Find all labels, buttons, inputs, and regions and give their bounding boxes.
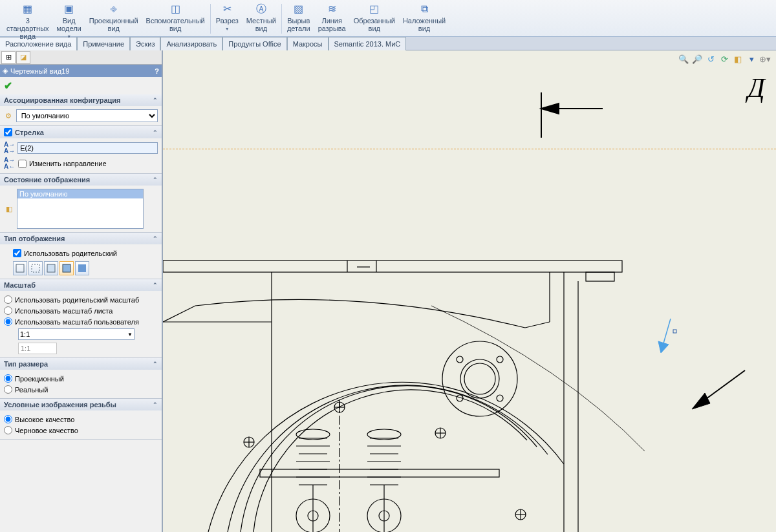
arrow-label-input[interactable] xyxy=(17,142,158,154)
svg-marker-48 xyxy=(658,341,669,353)
svg-point-19 xyxy=(460,359,499,398)
ribbon-break-line[interactable]: ≋Линияразрыва xyxy=(314,1,350,34)
break-line-icon: ≋ xyxy=(325,3,338,16)
svg-marker-7 xyxy=(541,103,559,114)
scale-text[interactable] xyxy=(18,343,57,354)
property-manager: ⊞ ◪ ◈ Чертежный вид19 ? ✔ Ассоциированна… xyxy=(0,50,163,532)
model-view-icon: ▣ xyxy=(63,3,76,16)
section-icon: ✂ xyxy=(221,3,233,16)
ribbon-toolbar: ▦3стандартныхвида ▣Видмодели▼ ⎆Проекцион… xyxy=(0,0,776,37)
svg-rect-12 xyxy=(586,272,614,281)
disptype-header[interactable]: Тип отображения⌃ xyxy=(0,233,162,244)
reverse-checkbox[interactable] xyxy=(18,160,27,168)
reverse-label: Изменить направление xyxy=(29,160,107,167)
tab-semantic[interactable]: Semantic 2013. МиС xyxy=(329,37,407,50)
thread-header[interactable]: Условные изображения резьбы⌃ xyxy=(0,399,162,410)
config-icon: ◪ xyxy=(20,53,27,61)
help-button[interactable]: ? xyxy=(155,67,159,75)
view-label-d: Д xyxy=(748,72,765,103)
config-header[interactable]: Ассоциированная конфигурация⌃ xyxy=(0,94,162,106)
alternate-icon: ⧉ xyxy=(418,3,431,16)
dispstate-header[interactable]: Состояние отображения⌃ xyxy=(0,174,162,186)
ribbon-crop-view[interactable]: ◰Обрезанныйвид xyxy=(350,1,399,34)
detail-icon: Ⓐ xyxy=(255,3,268,16)
ok-button[interactable]: ✔ xyxy=(4,80,12,91)
arrow-label-icon: A→A→ xyxy=(4,142,15,154)
display-hidden-visible[interactable] xyxy=(28,261,43,275)
chevron-icon: ⌃ xyxy=(153,361,158,367)
crop-icon: ◰ xyxy=(368,3,381,16)
svg-point-20 xyxy=(464,363,495,394)
tab-sketch[interactable]: Эскиз xyxy=(130,37,160,50)
drawing-canvas[interactable]: 🔍 🔎 ↺ ⟳ ◧ ▾ ⊕▾ xyxy=(163,50,776,532)
tab-evaluate[interactable]: Анализировать xyxy=(160,37,222,50)
dispstate-icon: ◧ xyxy=(4,205,14,213)
ribbon-alternate-view[interactable]: ⧉Наложенныйвид xyxy=(399,1,449,34)
dispstate-list[interactable]: По умолчанию xyxy=(17,189,144,229)
config-icon: ⚙ xyxy=(4,112,14,120)
svg-rect-4 xyxy=(78,264,86,272)
useparent-label: Использовать родительский xyxy=(24,250,117,257)
broken-out-icon: ▧ xyxy=(292,3,305,16)
scale-sheet-radio[interactable] xyxy=(4,306,12,315)
thread-hq-radio[interactable] xyxy=(4,415,12,423)
drawing-content xyxy=(163,50,776,532)
ribbon-section[interactable]: ✂Разрез▼ xyxy=(212,1,242,34)
scale-header[interactable]: Масштаб⌃ xyxy=(0,279,162,291)
chevron-icon: ⌃ xyxy=(153,97,158,103)
chevron-icon: ⌃ xyxy=(153,129,158,136)
dim-projected-radio[interactable] xyxy=(4,374,12,383)
ribbon-projected-view[interactable]: ⎆Проекционныйвид xyxy=(85,1,142,34)
ribbon-model-view[interactable]: ▣Видмодели▼ xyxy=(53,1,85,42)
svg-rect-49 xyxy=(673,330,676,333)
ribbon-broken-out[interactable]: ▧Вырывдетали xyxy=(283,1,314,34)
svg-marker-51 xyxy=(692,393,710,409)
display-shaded[interactable] xyxy=(75,261,89,275)
svg-rect-1 xyxy=(32,264,39,272)
projected-icon: ⎆ xyxy=(107,3,120,16)
side-tab-config[interactable]: ◪ xyxy=(16,51,30,64)
display-shaded-edges[interactable] xyxy=(59,261,74,275)
svg-rect-0 xyxy=(16,264,24,272)
display-wireframe[interactable] xyxy=(13,261,27,275)
chevron-icon: ⌃ xyxy=(153,176,158,183)
svg-rect-8 xyxy=(163,261,622,272)
aux-icon: ◫ xyxy=(169,3,182,16)
command-tabs: Расположение вида Примечание Эскиз Анали… xyxy=(0,37,776,50)
chevron-icon: ⌃ xyxy=(153,282,158,288)
config-select[interactable]: По умолчанию xyxy=(16,109,158,122)
views-icon: ▦ xyxy=(21,3,34,16)
arrow-header[interactable]: Стрелка⌃ xyxy=(0,126,162,138)
list-item[interactable]: По умолчанию xyxy=(17,189,143,198)
drawing-view-icon: ◈ xyxy=(3,67,8,75)
thread-draft-radio[interactable] xyxy=(4,426,12,434)
svg-rect-38 xyxy=(260,469,499,477)
tab-macros[interactable]: Макросы xyxy=(287,37,329,50)
side-tab-feature[interactable]: ⊞ xyxy=(1,51,16,64)
useparent-checkbox[interactable] xyxy=(13,249,21,257)
scale-user-radio[interactable] xyxy=(4,317,12,326)
chevron-icon: ⌃ xyxy=(153,401,158,408)
tab-office[interactable]: Продукты Office xyxy=(222,37,286,50)
svg-rect-3 xyxy=(63,264,70,272)
scale-combo[interactable]: 1:1▼ xyxy=(18,328,135,340)
svg-point-23 xyxy=(457,356,463,363)
svg-point-24 xyxy=(497,356,503,363)
scale-parent-radio[interactable] xyxy=(4,295,12,304)
arrow-checkbox[interactable] xyxy=(4,128,12,136)
svg-rect-2 xyxy=(47,264,55,272)
dimtype-header[interactable]: Тип размера⌃ xyxy=(0,358,162,370)
property-header: ◈ Чертежный вид19 ? xyxy=(0,65,162,77)
svg-point-22 xyxy=(497,395,503,401)
feature-tree-icon: ⊞ xyxy=(6,53,12,61)
ribbon-auxiliary-view[interactable]: ◫Вспомогательныйвид xyxy=(142,1,209,34)
display-hidden-removed[interactable] xyxy=(44,261,58,275)
dim-true-radio[interactable] xyxy=(4,385,12,394)
arrow-dir-icon: A→A← xyxy=(4,157,16,170)
chevron-icon: ⌃ xyxy=(153,235,158,242)
ribbon-3-standard-views[interactable]: ▦3стандартныхвида xyxy=(3,1,53,41)
ribbon-detail-view[interactable]: ⒶМестныйвид xyxy=(242,1,280,34)
property-title: Чертежный вид19 xyxy=(10,67,69,75)
